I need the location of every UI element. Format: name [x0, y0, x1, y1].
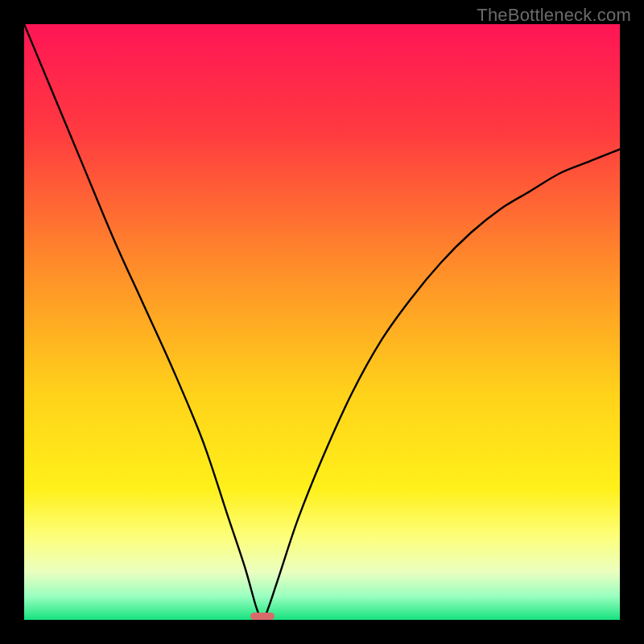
- optimal-marker: [250, 613, 275, 620]
- chart-frame: TheBottleneck.com: [0, 0, 644, 644]
- watermark-text: TheBottleneck.com: [477, 5, 631, 26]
- plot-area: [24, 24, 620, 620]
- bottleneck-curve: [24, 24, 620, 620]
